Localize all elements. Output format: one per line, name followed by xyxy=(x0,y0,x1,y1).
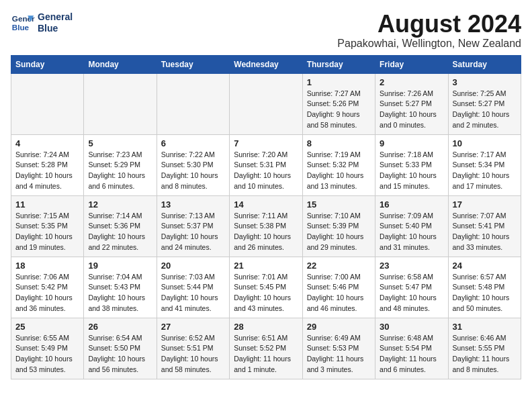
calendar-cell: 25Sunrise: 6:55 AM Sunset: 5:49 PM Dayli… xyxy=(11,318,84,379)
day-info: Sunrise: 7:06 AM Sunset: 5:42 PM Dayligh… xyxy=(15,272,79,314)
day-number: 2 xyxy=(380,77,443,87)
calendar-cell: 5Sunrise: 7:23 AM Sunset: 5:29 PM Daylig… xyxy=(84,134,157,195)
day-number: 9 xyxy=(380,138,443,148)
calendar-cell: 10Sunrise: 7:17 AM Sunset: 5:34 PM Dayli… xyxy=(448,134,521,195)
day-number: 8 xyxy=(307,138,371,148)
week-row-2: 4Sunrise: 7:24 AM Sunset: 5:28 PM Daylig… xyxy=(11,134,521,195)
calendar-cell: 18Sunrise: 7:06 AM Sunset: 5:42 PM Dayli… xyxy=(11,257,84,318)
day-info: Sunrise: 6:54 AM Sunset: 5:50 PM Dayligh… xyxy=(88,333,152,375)
title-block: August 2024 Papakowhai, Wellington, New … xyxy=(337,11,521,50)
header-day-sunday: Sunday xyxy=(11,55,84,73)
week-row-5: 25Sunrise: 6:55 AM Sunset: 5:49 PM Dayli… xyxy=(11,318,521,379)
page-header: General Blue General Blue August 2024 Pa… xyxy=(11,11,521,50)
calendar-cell: 19Sunrise: 7:04 AM Sunset: 5:43 PM Dayli… xyxy=(84,257,157,318)
header-row: SundayMondayTuesdayWednesdayThursdayFrid… xyxy=(11,55,521,73)
calendar-cell: 26Sunrise: 6:54 AM Sunset: 5:50 PM Dayli… xyxy=(84,318,157,379)
day-info: Sunrise: 7:09 AM Sunset: 5:40 PM Dayligh… xyxy=(380,211,443,253)
day-info: Sunrise: 7:20 AM Sunset: 5:31 PM Dayligh… xyxy=(234,150,298,192)
day-number: 20 xyxy=(161,261,225,271)
day-number: 1 xyxy=(307,77,371,87)
day-info: Sunrise: 6:51 AM Sunset: 5:52 PM Dayligh… xyxy=(234,333,298,375)
day-number: 18 xyxy=(15,261,79,271)
week-row-3: 11Sunrise: 7:15 AM Sunset: 5:35 PM Dayli… xyxy=(11,195,521,257)
day-info: Sunrise: 7:03 AM Sunset: 5:44 PM Dayligh… xyxy=(161,272,225,314)
day-info: Sunrise: 7:26 AM Sunset: 5:27 PM Dayligh… xyxy=(380,89,443,131)
calendar-cell: 8Sunrise: 7:19 AM Sunset: 5:32 PM Daylig… xyxy=(302,134,375,195)
calendar-cell xyxy=(84,73,157,134)
day-info: Sunrise: 7:25 AM Sunset: 5:27 PM Dayligh… xyxy=(453,89,517,131)
day-info: Sunrise: 7:13 AM Sunset: 5:37 PM Dayligh… xyxy=(161,211,225,253)
day-number: 13 xyxy=(161,199,225,210)
day-number: 7 xyxy=(234,138,298,148)
subtitle: Papakowhai, Wellington, New Zealand xyxy=(337,38,521,50)
calendar-cell: 15Sunrise: 7:10 AM Sunset: 5:39 PM Dayli… xyxy=(302,195,375,257)
header-day-thursday: Thursday xyxy=(302,55,375,73)
header-day-tuesday: Tuesday xyxy=(157,55,229,73)
calendar-cell: 28Sunrise: 6:51 AM Sunset: 5:52 PM Dayli… xyxy=(230,318,302,379)
day-number: 5 xyxy=(88,138,152,148)
calendar-cell xyxy=(11,73,84,134)
day-number: 28 xyxy=(234,322,298,332)
calendar-cell: 7Sunrise: 7:20 AM Sunset: 5:31 PM Daylig… xyxy=(230,134,302,195)
calendar-cell: 23Sunrise: 6:58 AM Sunset: 5:47 PM Dayli… xyxy=(375,257,448,318)
day-number: 6 xyxy=(161,138,225,148)
header-day-saturday: Saturday xyxy=(448,55,521,73)
day-number: 23 xyxy=(380,261,443,271)
calendar-cell: 12Sunrise: 7:14 AM Sunset: 5:36 PM Dayli… xyxy=(84,195,157,257)
calendar-cell: 2Sunrise: 7:26 AM Sunset: 5:27 PM Daylig… xyxy=(375,73,448,134)
day-number: 3 xyxy=(453,77,517,87)
day-info: Sunrise: 7:22 AM Sunset: 5:30 PM Dayligh… xyxy=(161,150,225,192)
day-info: Sunrise: 7:15 AM Sunset: 5:35 PM Dayligh… xyxy=(15,211,79,253)
calendar-cell: 21Sunrise: 7:01 AM Sunset: 5:45 PM Dayli… xyxy=(230,257,302,318)
day-info: Sunrise: 7:07 AM Sunset: 5:41 PM Dayligh… xyxy=(453,211,517,253)
calendar-cell: 13Sunrise: 7:13 AM Sunset: 5:37 PM Dayli… xyxy=(157,195,229,257)
day-info: Sunrise: 6:48 AM Sunset: 5:54 PM Dayligh… xyxy=(380,333,443,375)
day-info: Sunrise: 7:11 AM Sunset: 5:38 PM Dayligh… xyxy=(234,211,298,253)
calendar-cell: 14Sunrise: 7:11 AM Sunset: 5:38 PM Dayli… xyxy=(230,195,302,257)
day-number: 21 xyxy=(234,261,298,271)
day-info: Sunrise: 7:04 AM Sunset: 5:43 PM Dayligh… xyxy=(88,272,152,314)
day-number: 16 xyxy=(380,199,443,210)
day-number: 22 xyxy=(307,261,371,271)
day-number: 15 xyxy=(307,199,371,210)
main-title: August 2024 xyxy=(337,11,521,38)
calendar-table: SundayMondayTuesdayWednesdayThursdayFrid… xyxy=(11,55,521,379)
day-info: Sunrise: 6:52 AM Sunset: 5:51 PM Dayligh… xyxy=(161,333,225,375)
day-number: 4 xyxy=(15,138,79,148)
day-number: 27 xyxy=(161,322,225,332)
calendar-cell: 29Sunrise: 6:49 AM Sunset: 5:53 PM Dayli… xyxy=(302,318,375,379)
header-day-wednesday: Wednesday xyxy=(230,55,302,73)
logo-icon: General Blue xyxy=(11,11,35,35)
day-info: Sunrise: 7:27 AM Sunset: 5:26 PM Dayligh… xyxy=(307,89,371,131)
day-info: Sunrise: 7:01 AM Sunset: 5:45 PM Dayligh… xyxy=(234,272,298,314)
day-info: Sunrise: 7:18 AM Sunset: 5:33 PM Dayligh… xyxy=(380,150,443,192)
calendar-cell: 4Sunrise: 7:24 AM Sunset: 5:28 PM Daylig… xyxy=(11,134,84,195)
calendar-cell: 16Sunrise: 7:09 AM Sunset: 5:40 PM Dayli… xyxy=(375,195,448,257)
day-info: Sunrise: 6:58 AM Sunset: 5:47 PM Dayligh… xyxy=(380,272,443,314)
day-number: 26 xyxy=(88,322,152,332)
week-row-1: 1Sunrise: 7:27 AM Sunset: 5:26 PM Daylig… xyxy=(11,73,521,134)
day-info: Sunrise: 7:00 AM Sunset: 5:46 PM Dayligh… xyxy=(307,272,371,314)
day-info: Sunrise: 6:57 AM Sunset: 5:48 PM Dayligh… xyxy=(453,272,517,314)
calendar-cell: 17Sunrise: 7:07 AM Sunset: 5:41 PM Dayli… xyxy=(448,195,521,257)
calendar-cell: 31Sunrise: 6:46 AM Sunset: 5:55 PM Dayli… xyxy=(448,318,521,379)
day-number: 10 xyxy=(453,138,517,148)
calendar-body: 1Sunrise: 7:27 AM Sunset: 5:26 PM Daylig… xyxy=(11,73,521,379)
header-day-friday: Friday xyxy=(375,55,448,73)
day-number: 17 xyxy=(453,199,517,210)
header-day-monday: Monday xyxy=(84,55,157,73)
svg-text:Blue: Blue xyxy=(12,23,30,32)
calendar-cell: 24Sunrise: 6:57 AM Sunset: 5:48 PM Dayli… xyxy=(448,257,521,318)
calendar-cell: 1Sunrise: 7:27 AM Sunset: 5:26 PM Daylig… xyxy=(302,73,375,134)
week-row-4: 18Sunrise: 7:06 AM Sunset: 5:42 PM Dayli… xyxy=(11,257,521,318)
calendar-cell: 30Sunrise: 6:48 AM Sunset: 5:54 PM Dayli… xyxy=(375,318,448,379)
day-number: 19 xyxy=(88,261,152,271)
day-number: 30 xyxy=(380,322,443,332)
day-info: Sunrise: 6:55 AM Sunset: 5:49 PM Dayligh… xyxy=(15,333,79,375)
day-info: Sunrise: 7:17 AM Sunset: 5:34 PM Dayligh… xyxy=(453,150,517,192)
calendar-cell: 27Sunrise: 6:52 AM Sunset: 5:51 PM Dayli… xyxy=(157,318,229,379)
calendar-cell xyxy=(157,73,229,134)
day-number: 25 xyxy=(15,322,79,332)
calendar-cell: 22Sunrise: 7:00 AM Sunset: 5:46 PM Dayli… xyxy=(302,257,375,318)
day-info: Sunrise: 7:23 AM Sunset: 5:29 PM Dayligh… xyxy=(88,150,152,192)
